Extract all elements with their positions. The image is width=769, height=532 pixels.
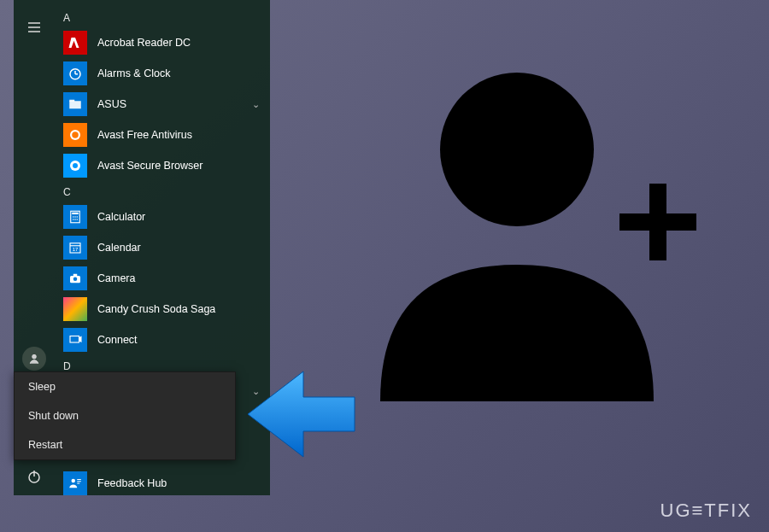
power-context-menu: Sleep Shut down Restart <box>14 371 236 460</box>
app-label: Camera <box>97 272 135 284</box>
svg-rect-32 <box>73 274 78 277</box>
app-calendar[interactable]: 17 Calendar <box>55 232 270 263</box>
app-label: Avast Secure Browser <box>97 160 203 172</box>
app-label: Calendar <box>97 242 141 254</box>
hamburger-button[interactable] <box>14 9 55 46</box>
calendar-icon: 17 <box>63 236 87 260</box>
watermark: UG≡TFIX <box>660 500 753 522</box>
svg-point-26 <box>77 219 79 220</box>
power-shutdown[interactable]: Shut down <box>15 401 235 430</box>
svg-point-22 <box>74 216 76 218</box>
app-label: Alarms & Clock <box>97 67 170 79</box>
app-label: Avast Free Antivirus <box>97 129 192 141</box>
svg-point-18 <box>73 163 78 168</box>
app-avast-browser[interactable]: Avast Secure Browser <box>55 150 270 181</box>
app-asus-folder[interactable]: ASUS ⌄ <box>55 89 270 120</box>
candy-crush-icon <box>63 297 87 321</box>
app-avast-antivirus[interactable]: Avast Free Antivirus <box>55 120 270 150</box>
app-connect[interactable]: Connect <box>55 324 270 355</box>
app-calculator[interactable]: Calculator <box>55 202 270 232</box>
adobe-icon <box>63 31 87 55</box>
letter-header-c[interactable]: C <box>55 181 270 202</box>
letter-header-a[interactable]: A <box>55 7 270 27</box>
folder-icon <box>63 92 87 116</box>
avast-browser-icon <box>63 154 87 178</box>
connect-icon <box>63 328 87 352</box>
svg-point-34 <box>72 479 76 483</box>
feedback-hub-icon <box>63 471 87 495</box>
app-label: ASUS <box>97 98 126 110</box>
svg-point-0 <box>440 73 594 226</box>
svg-point-23 <box>77 216 79 218</box>
app-label: Candy Crush Soda Saga <box>97 303 215 315</box>
app-label: Acrobat Reader DC <box>97 37 191 49</box>
calculator-icon <box>63 205 87 229</box>
instruction-arrow <box>239 354 359 474</box>
user-icon <box>22 347 46 371</box>
chevron-down-icon: ⌄ <box>252 99 260 110</box>
app-label: Connect <box>97 334 138 346</box>
power-sleep[interactable]: Sleep <box>15 372 235 401</box>
svg-point-31 <box>73 278 78 282</box>
svg-rect-14 <box>69 100 74 102</box>
app-label: Calculator <box>97 211 145 223</box>
svg-rect-33 <box>70 336 79 343</box>
power-restart[interactable]: Restart <box>15 430 235 459</box>
power-button[interactable] <box>14 458 55 495</box>
svg-rect-13 <box>69 101 81 108</box>
svg-point-6 <box>32 354 37 359</box>
app-camera[interactable]: Camera <box>55 263 270 294</box>
camera-icon <box>63 266 87 290</box>
app-alarms-clock[interactable]: Alarms & Clock <box>55 58 270 89</box>
add-user-illustration <box>342 43 709 410</box>
app-feedback-hub[interactable]: Feedback Hub <box>55 468 270 495</box>
svg-rect-2 <box>619 213 696 231</box>
svg-point-24 <box>73 219 74 220</box>
clock-icon <box>63 61 87 85</box>
avast-icon <box>63 123 87 147</box>
app-acrobat-reader[interactable]: Acrobat Reader DC <box>55 27 270 58</box>
svg-point-25 <box>74 219 76 220</box>
svg-point-16 <box>72 132 79 138</box>
app-candy-crush[interactable]: Candy Crush Soda Saga <box>55 294 270 324</box>
svg-rect-20 <box>72 213 79 214</box>
app-label: Feedback Hub <box>97 477 167 489</box>
svg-point-21 <box>73 216 74 218</box>
svg-text:17: 17 <box>73 247 79 252</box>
